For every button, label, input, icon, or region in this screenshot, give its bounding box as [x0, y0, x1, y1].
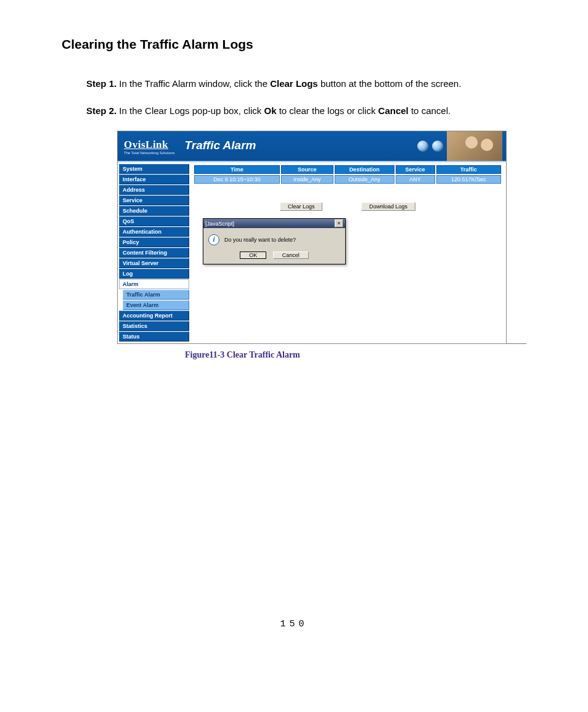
- embedded-screenshot: OvisLink The Total Networking Solutions …: [117, 131, 507, 344]
- nav-status[interactable]: Status: [119, 332, 189, 342]
- step-2: Step 2. In the Clear Logs pop-up box, cl…: [86, 104, 526, 118]
- col-source: Source: [281, 165, 333, 174]
- step-1-text-a: In the Traffic Alarm window, click the: [116, 78, 270, 89]
- clear-logs-button[interactable]: Clear Logs: [280, 202, 323, 211]
- nav-sub-traffic-alarm[interactable]: Traffic Alarm: [123, 290, 189, 300]
- header-page-title: Traffic Alarm: [181, 131, 261, 161]
- dialog-titlebar[interactable]: [JavaScript] ×: [203, 219, 345, 228]
- header-right: [417, 131, 506, 161]
- header-photo: [447, 131, 502, 161]
- nav-sub-event-alarm[interactable]: Event Alarm: [123, 300, 189, 310]
- nav-accounting-report[interactable]: Accounting Report: [119, 311, 189, 321]
- step-1-bold-clearlogs: Clear Logs: [270, 78, 318, 89]
- step-1-text-b: button at the bottom of the screen.: [318, 78, 462, 89]
- dialog-title: [JavaScript]: [205, 221, 234, 227]
- dialog-close-button[interactable]: ×: [335, 219, 343, 227]
- cell-time: Dec 9 10:15~10:30: [194, 175, 280, 184]
- brand-block: OvisLink The Total Networking Solutions: [118, 131, 181, 161]
- cell-traffic: 120.517K/Sec: [436, 175, 501, 184]
- nav-policy[interactable]: Policy: [119, 237, 189, 247]
- traffic-alarm-table: Time Source Destination Service Traffic …: [193, 164, 502, 185]
- nav-system[interactable]: System: [119, 164, 189, 174]
- dialog-content: i Do you really want to delete?: [203, 228, 345, 249]
- nav-schedule[interactable]: Schedule: [119, 206, 189, 216]
- info-icon: i: [208, 234, 219, 245]
- button-row: Clear Logs Download Logs: [193, 202, 502, 211]
- step-2-text-b: to clear the logs or click: [277, 105, 378, 116]
- step-2-text-c: to cancel.: [409, 105, 451, 116]
- dialog-button-row: OK Cancel: [203, 249, 345, 264]
- sidebar-nav: System Interface Address Service Schedul…: [118, 163, 189, 343]
- main-panel: Time Source Destination Service Traffic …: [189, 163, 506, 343]
- col-time: Time: [194, 165, 280, 174]
- dialog-message: Do you really want to delete?: [224, 237, 296, 243]
- step-1: Step 1. In the Traffic Alarm window, cli…: [86, 76, 526, 91]
- nav-qos[interactable]: QoS: [119, 216, 189, 226]
- nav-service[interactable]: Service: [119, 195, 189, 205]
- nav-interface[interactable]: Interface: [119, 174, 189, 184]
- dialog-ok-button[interactable]: OK: [240, 252, 266, 259]
- step-2-bold-cancel: Cancel: [378, 105, 409, 116]
- cell-dest: Outside_Any: [335, 175, 394, 184]
- table-row: Dec 9 10:15~10:30 Inside_Any Outside_Any…: [194, 175, 501, 184]
- globe-icon: [417, 141, 428, 152]
- col-service: Service: [396, 165, 435, 174]
- cell-source: Inside_Any: [281, 175, 333, 184]
- nav-alarm-subgroup: Traffic Alarm Event Alarm: [123, 290, 189, 310]
- page-number: 150: [62, 619, 526, 629]
- figure-wrap: OvisLink The Total Networking Solutions …: [117, 131, 526, 360]
- page-heading: Clearing the Traffic Alarm Logs: [62, 37, 526, 52]
- nav-address[interactable]: Address: [119, 185, 189, 195]
- step-2-bold-ok: Ok: [264, 105, 276, 116]
- nav-authentication[interactable]: Authentication: [119, 227, 189, 237]
- nav-log[interactable]: Log: [119, 269, 189, 279]
- col-dest: Destination: [335, 165, 394, 174]
- dialog-cancel-button[interactable]: Cancel: [273, 252, 309, 259]
- nav-virtual-server[interactable]: Virtual Server: [119, 258, 189, 268]
- steps-block: Step 1. In the Traffic Alarm window, cli…: [86, 76, 526, 118]
- brand-name: OvisLink: [124, 139, 175, 151]
- table-header-row: Time Source Destination Service Traffic: [194, 165, 501, 174]
- globe-icon: [432, 141, 443, 152]
- step-1-label: Step 1.: [86, 78, 116, 89]
- cell-service: ANY: [396, 175, 435, 184]
- step-2-text-a: In the Clear Logs pop-up box, click: [116, 105, 264, 116]
- col-traffic: Traffic: [436, 165, 501, 174]
- app-header: OvisLink The Total Networking Solutions …: [118, 131, 506, 161]
- figure-caption: Figure11-3 Clear Traffic Alarm: [185, 350, 526, 360]
- confirm-dialog: [JavaScript] × i Do you really want to d…: [203, 218, 346, 264]
- nav-alarm[interactable]: Alarm: [119, 279, 189, 289]
- nav-statistics[interactable]: Statistics: [119, 321, 189, 331]
- download-logs-button[interactable]: Download Logs: [361, 202, 415, 211]
- step-2-label: Step 2.: [86, 105, 116, 116]
- nav-content-filtering[interactable]: Content Filtering: [119, 248, 189, 258]
- brand-tagline: The Total Networking Solutions: [124, 151, 175, 155]
